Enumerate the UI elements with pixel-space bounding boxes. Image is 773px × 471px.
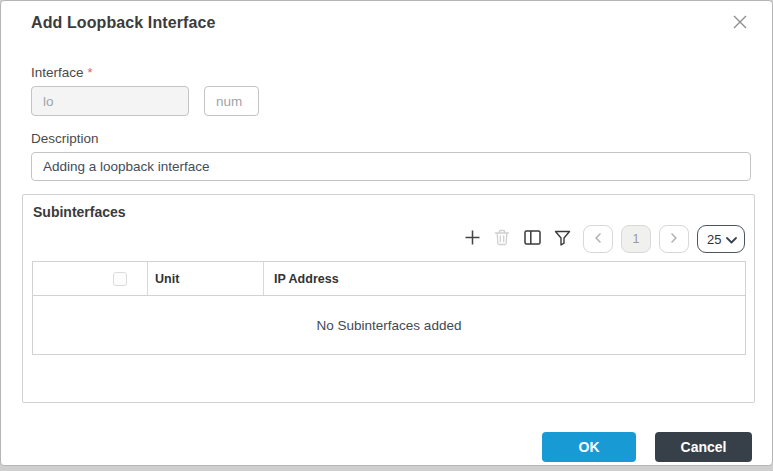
select-all-checkbox[interactable] bbox=[113, 272, 127, 286]
chevron-right-icon bbox=[670, 232, 678, 246]
dialog-header: Add Loopback Interface bbox=[1, 1, 772, 34]
interface-row bbox=[31, 86, 749, 116]
required-asterisk: * bbox=[88, 65, 93, 80]
trash-icon bbox=[494, 229, 510, 249]
filter-icon bbox=[554, 230, 571, 249]
ip-address-column-header: IP Address bbox=[264, 262, 745, 295]
description-input[interactable] bbox=[31, 152, 751, 181]
chevron-left-icon bbox=[594, 232, 602, 246]
close-button[interactable] bbox=[728, 12, 752, 34]
interface-number-input[interactable] bbox=[204, 86, 259, 116]
next-page-button[interactable] bbox=[659, 225, 689, 253]
ok-button[interactable]: OK bbox=[542, 432, 636, 462]
description-label: Description bbox=[31, 131, 749, 146]
interface-name-input[interactable] bbox=[31, 86, 189, 116]
interface-label: Interface* bbox=[31, 65, 749, 80]
form-area: Interface* Description bbox=[1, 65, 772, 181]
unit-column-header: Unit bbox=[148, 262, 264, 295]
select-all-cell bbox=[33, 262, 148, 295]
plus-icon bbox=[464, 229, 481, 249]
subinterfaces-toolbar: 1 25 bbox=[32, 225, 745, 253]
empty-table-message: No Subinterfaces added bbox=[33, 296, 745, 354]
chevron-down-icon bbox=[726, 232, 737, 247]
dialog-title: Add Loopback Interface bbox=[31, 14, 215, 32]
add-loopback-interface-dialog: Add Loopback Interface Interface* Descri… bbox=[0, 0, 773, 466]
dialog-footer: OK Cancel bbox=[1, 432, 772, 462]
subinterfaces-panel: Subinterfaces bbox=[22, 194, 755, 403]
page-size-value: 25 bbox=[707, 232, 721, 247]
add-subinterface-button[interactable] bbox=[463, 230, 481, 248]
page-size-select[interactable]: 25 bbox=[697, 225, 745, 253]
subinterfaces-title: Subinterfaces bbox=[33, 204, 745, 220]
close-icon bbox=[732, 18, 748, 33]
prev-page-button[interactable] bbox=[583, 225, 613, 253]
columns-icon bbox=[524, 230, 541, 248]
columns-button[interactable] bbox=[523, 230, 541, 248]
delete-subinterface-button[interactable] bbox=[493, 230, 511, 248]
current-page-button[interactable]: 1 bbox=[621, 225, 651, 253]
filter-button[interactable] bbox=[553, 230, 571, 248]
subinterfaces-table: Unit IP Address No Subinterfaces added bbox=[32, 261, 746, 355]
table-header-row: Unit IP Address bbox=[33, 262, 745, 296]
cancel-button[interactable]: Cancel bbox=[655, 432, 752, 462]
